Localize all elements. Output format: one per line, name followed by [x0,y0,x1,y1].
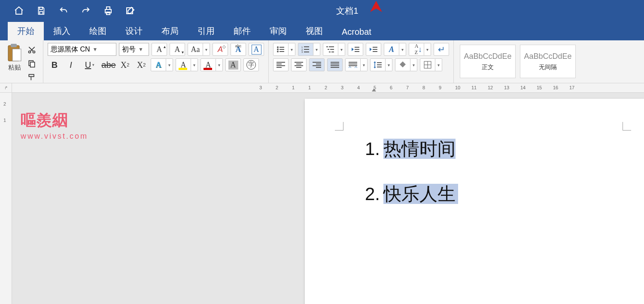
distributed-button[interactable]: ▾ [345,58,368,71]
tab-home[interactable]: 开始 [8,22,44,40]
sort-button[interactable]: AZ↓▾ [409,43,431,56]
show-marks-button[interactable]: ↵ [434,43,449,56]
svg-rect-45 [313,65,321,66]
bold-button[interactable]: B [48,58,61,71]
home-icon[interactable] [13,5,25,17]
print-icon[interactable] [102,5,114,17]
chevron-down-icon: ▼ [93,46,98,52]
enclose-characters-button[interactable]: 字 [243,58,259,71]
edit-icon[interactable] [125,5,137,17]
svg-point-15 [277,51,279,52]
svg-rect-27 [329,52,331,52]
redo-icon[interactable] [80,5,92,17]
save-icon[interactable] [35,5,47,17]
cut-icon[interactable] [27,45,37,55]
svg-point-13 [277,49,279,50]
list-number: 1. [365,139,380,159]
list-item[interactable]: 1.热情时间 [365,137,458,161]
svg-rect-25 [328,49,329,50]
list-item[interactable]: 2.快乐人生 [365,182,458,206]
svg-rect-16 [279,51,284,52]
superscript-button[interactable]: X2 [134,58,148,71]
bullets-button[interactable]: ▾ [273,43,295,56]
phonetic-guide-button[interactable]: abcA [231,43,246,56]
align-center-button[interactable] [291,58,307,71]
ribbon: 粘贴 思源黑体 CN ▼ 初号 ▼ [0,40,644,83]
style-normal[interactable]: AaBbCcDdEe 正文 [460,45,516,78]
group-paragraph: ▾ 123 ▾ ▾ A▾ AZ↓▾ ↵ ▾ [269,40,454,83]
numbering-button[interactable]: 123 ▾ [298,43,320,56]
tab-review[interactable]: 审阅 [260,22,296,40]
change-case-button[interactable]: Aa▾ [188,43,210,56]
clear-formatting-button[interactable]: A◇ [213,43,228,56]
font-size-value: 初号 [122,45,136,54]
asian-layout-button[interactable]: A▾ [384,43,406,56]
italic-button[interactable]: I [64,58,78,71]
svg-point-11 [277,46,279,48]
svg-rect-51 [349,62,357,63]
multilevel-list-button[interactable]: ▾ [323,43,345,56]
svg-rect-18 [304,46,309,47]
document-area[interactable]: 嘔羨絪 www.vivst.com 1.热情时间 2.快乐人生 [12,93,644,304]
align-left-button[interactable] [273,58,289,71]
tab-draw[interactable]: 绘图 [80,22,116,40]
paste-button[interactable]: 粘贴 [6,43,23,72]
tab-references[interactable]: 引用 [188,22,224,40]
tab-acrobat[interactable]: Acrobat [332,24,381,40]
underline-button[interactable]: U▾ [80,58,99,71]
character-shading-button[interactable]: A [225,58,241,71]
quick-access-toolbar [0,5,137,17]
margin-corner-tr [623,122,631,131]
increase-indent-button[interactable] [366,43,381,56]
font-name-combo[interactable]: 思源黑体 CN ▼ [48,43,116,56]
svg-rect-5 [11,44,17,47]
shading-button[interactable]: ▾ [395,58,417,71]
svg-rect-53 [349,65,357,66]
line-spacing-button[interactable]: ▾ [370,58,392,71]
tab-mailings[interactable]: 邮件 [224,22,260,40]
workspace: ↱ 3211234567891011121314151617 21 嘔羨絪 ww… [0,83,644,304]
tab-view[interactable]: 视图 [296,22,332,40]
svg-text:3: 3 [301,51,303,53]
character-border-button[interactable]: A [249,43,264,56]
tab-design[interactable]: 设计 [116,22,152,40]
paste-label: 粘贴 [8,64,21,72]
font-size-combo[interactable]: 初号 ▼ [119,43,149,56]
grow-font-button[interactable]: A▴ [152,43,167,56]
tab-layout[interactable]: 布局 [152,22,188,40]
svg-rect-35 [276,62,285,63]
svg-rect-31 [355,51,359,52]
borders-button[interactable]: ▾ [420,58,442,71]
vertical-ruler[interactable]: 21 [0,93,12,304]
page[interactable]: 1.热情时间 2.快乐人生 [305,99,644,304]
strikethrough-button[interactable]: abe [102,58,115,71]
align-right-button[interactable] [309,58,325,71]
page-content[interactable]: 1.热情时间 2.快乐人生 [365,137,458,227]
svg-rect-50 [331,67,339,68]
format-painter-icon[interactable] [27,72,37,82]
svg-rect-52 [349,64,357,64]
svg-rect-33 [373,49,377,50]
svg-rect-23 [326,46,328,47]
decrease-indent-button[interactable] [348,43,363,56]
copy-icon[interactable] [27,58,37,69]
justify-button[interactable] [327,58,343,71]
svg-rect-34 [373,51,377,52]
ruler-corner: ↱ [0,83,12,93]
subscript-button[interactable]: X2 [118,58,132,71]
undo-icon[interactable] [58,5,70,17]
svg-rect-32 [373,47,377,48]
tab-insert[interactable]: 插入 [44,22,80,40]
font-color-button[interactable]: A▾ [200,58,223,71]
list-text: 快乐人生 [383,184,458,204]
horizontal-ruler[interactable]: 3211234567891011121314151617 [12,83,644,93]
svg-rect-39 [295,62,303,63]
shrink-font-button[interactable]: A▾ [170,43,185,56]
svg-rect-36 [276,64,282,64]
highlight-button[interactable]: A▾ [176,58,198,71]
svg-rect-43 [313,62,321,63]
text-effects-button[interactable]: A▾ [151,58,173,71]
watermark-text: 嘔羨絪 [21,110,88,131]
svg-rect-30 [355,49,359,50]
style-no-spacing[interactable]: AaBbCcDdEe 无间隔 [520,45,576,78]
